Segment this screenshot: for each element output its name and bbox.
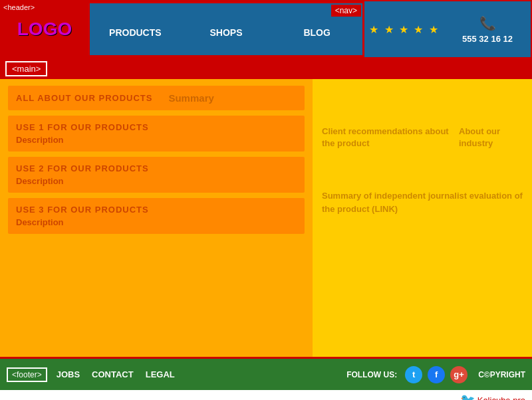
section-title-3: USE 2 FOR OUR PRODUCTS (16, 163, 149, 173)
footer-link-contact[interactable]: CONTACT (92, 369, 134, 379)
right-column: Client recommendations about the product… (313, 79, 532, 357)
nav-item-blog[interactable]: BLOG (271, 22, 362, 43)
section-summary-1: Summary (168, 92, 213, 104)
follow-label: FOLLOW US: (346, 370, 397, 379)
stars-display: ★ ★ ★ ★ ★ (369, 23, 440, 36)
section-title-row-2: USE 1 FOR OUR PRODUCTS (16, 122, 297, 132)
nav-item-products[interactable]: PRODUCTS (90, 22, 181, 43)
kalicube-logo: 🐦 Kalicube.pro (460, 393, 525, 400)
kalicube-name: Kalicube.pro (477, 395, 525, 401)
phone-number: 555 32 16 12 (462, 34, 513, 44)
section-title-row-4: USE 3 FOR OUR PRODUCTS (16, 205, 297, 215)
section-use2: USE 2 FOR OUR PRODUCTS Description (8, 157, 305, 193)
nav-item-shops[interactable]: SHOPS (181, 22, 272, 43)
section-title-row-3: USE 2 FOR OUR PRODUCTS (16, 163, 297, 173)
section-all-products: ALL ABOUT OUR PRODUCTS Summary (8, 86, 305, 110)
kalicube-bird-icon: 🐦 (460, 393, 475, 400)
section-title-1: ALL ABOUT OUR PRODUCTS (16, 93, 152, 103)
section-title-row-1: ALL ABOUT OUR PRODUCTS Summary (16, 92, 297, 104)
header: <header> LOGO <nav> PRODUCTS SHOPS BLOG … (0, 0, 532, 58)
main-content: ALL ABOUT OUR PRODUCTS Summary USE 1 FOR… (0, 79, 532, 357)
copyright-text: C©PYRIGHT (478, 370, 525, 379)
nav-items: PRODUCTS SHOPS BLOG (90, 3, 362, 55)
section-desc-3: Description (16, 176, 297, 186)
right-top-section: Client recommendations about the product… (322, 126, 523, 150)
facebook-icon[interactable]: f (428, 366, 445, 383)
summary-text: Summary of independent journalist evalua… (322, 189, 523, 215)
header-logo-section: <header> LOGO (1, 1, 88, 57)
nav-tag: <nav> (331, 5, 361, 17)
header-stars: ★ ★ ★ ★ ★ (364, 1, 444, 57)
header-phone: 📞 555 32 16 12 (444, 1, 531, 57)
logo: LOGO (17, 19, 72, 40)
section-desc-2: Description (16, 135, 297, 145)
header-nav: <nav> PRODUCTS SHOPS BLOG (88, 1, 364, 57)
section-title-4: USE 3 FOR OUR PRODUCTS (16, 205, 149, 215)
main-tag-bar: <main> (0, 58, 532, 79)
footer-tag: <footer> (7, 367, 47, 382)
main-tag: <main> (5, 61, 47, 76)
left-column: ALL ABOUT OUR PRODUCTS Summary USE 1 FOR… (0, 79, 313, 357)
footer-link-jobs[interactable]: JOBS (57, 369, 80, 379)
footer: <footer> JOBS CONTACT LEGAL FOLLOW US: t… (0, 357, 532, 390)
header-tag: <header> (3, 3, 35, 11)
kalicube-bar: 🐦 Kalicube.pro (0, 390, 532, 400)
gplus-icon[interactable]: g+ (450, 366, 467, 383)
recommendations-text: Client recommendations about the product (322, 126, 450, 150)
phone-icon: 📞 (479, 15, 496, 31)
twitter-icon[interactable]: t (405, 366, 422, 383)
footer-link-legal[interactable]: LEGAL (146, 369, 175, 379)
section-use3: USE 3 FOR OUR PRODUCTS Description (8, 198, 305, 234)
section-title-2: USE 1 FOR OUR PRODUCTS (16, 122, 149, 132)
footer-right: FOLLOW US: t f g+ C©PYRIGHT (346, 366, 525, 383)
section-desc-4: Description (16, 217, 297, 227)
section-use1: USE 1 FOR OUR PRODUCTS Description (8, 116, 305, 151)
about-text: About our industry (459, 126, 523, 150)
